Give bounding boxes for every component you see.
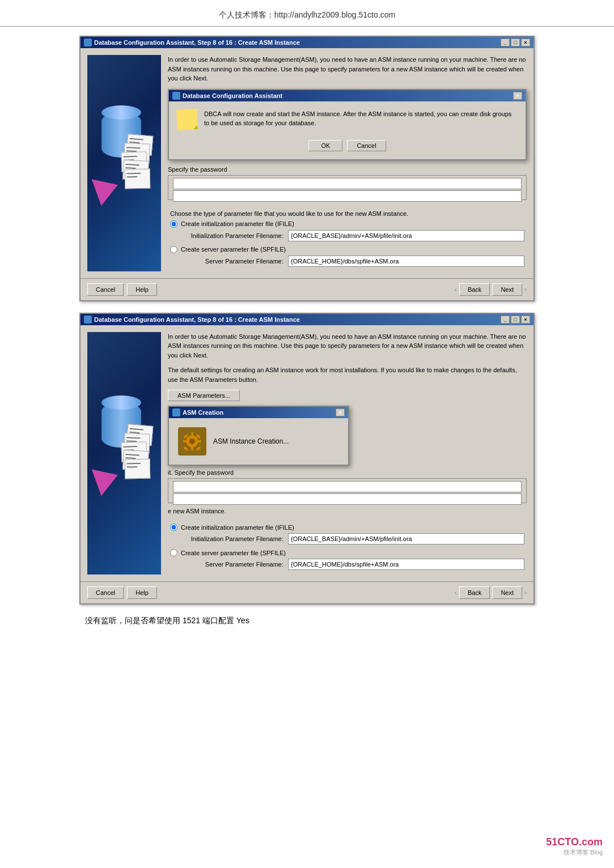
asm-dialog-body: ASM Instance Creation... bbox=[169, 418, 348, 465]
window1-titlebar: Database Configuration Assistant, Step 8… bbox=[81, 37, 533, 48]
window1-help-button[interactable]: Help bbox=[127, 283, 157, 296]
window1-next-button[interactable]: Next bbox=[492, 283, 522, 296]
window2-next-button[interactable]: Next bbox=[492, 586, 522, 599]
dbca-dialog-title: Database Configuration Assistant bbox=[183, 92, 282, 99]
window1-title: Database Configuration Assistant, Step 8… bbox=[94, 39, 300, 46]
dbca-dialog-icon bbox=[172, 92, 180, 100]
server-param-input[interactable] bbox=[288, 256, 524, 267]
dbca-dialog-buttons: OK Cancel bbox=[177, 138, 518, 151]
window1-body: ▬▬▬▬▬▬▬ ▬▬▬▬▬▬▬ ▬▬▬▬▬▬▬ ▬▬▬▬▬▬▬ ▬▬▬▬▬▬▬ … bbox=[81, 48, 533, 278]
bottom-text: 没有监听，问是否希望使用 1521 端口配置 Yes bbox=[79, 616, 535, 626]
param-section-label: Choose the type of parameter file that y… bbox=[170, 210, 524, 217]
window2-right-panel: In order to use Automatic Storage Manage… bbox=[168, 332, 527, 575]
window1-close[interactable]: × bbox=[521, 39, 530, 46]
asm-creation-titlebar: ASM Creation × bbox=[169, 407, 348, 418]
asm-creation-title: ASM Creation bbox=[183, 409, 223, 416]
password-label-right: Specify the password bbox=[168, 166, 227, 173]
dbca-dialog-titlebar: Database Configuration Assistant × bbox=[169, 90, 526, 101]
dbca-dialog: Database Configuration Assistant × DBCA … bbox=[168, 89, 527, 160]
header-title: 个人技术博客：http://andylhz2009.blog.51cto.com bbox=[219, 10, 395, 19]
window2-minimize[interactable]: _ bbox=[501, 316, 510, 324]
radio2-spfile[interactable] bbox=[170, 549, 177, 556]
password-fields-area bbox=[168, 175, 527, 200]
password-input1[interactable] bbox=[173, 178, 522, 189]
window1-minimize[interactable]: _ bbox=[501, 39, 510, 46]
radio-spfile-row: Create server parameter file (SPFILE) bbox=[170, 246, 524, 253]
ok-button[interactable]: OK bbox=[308, 140, 342, 151]
window2-description1: In order to use Automatic Storage Manage… bbox=[168, 332, 527, 360]
gear-svg bbox=[181, 430, 204, 453]
window2-description2: The default settings for creating an ASM… bbox=[168, 365, 527, 384]
window2-body: ▬▬▬▬▬▬▬ ▬▬▬▬▬▬▬ ▬▬▬▬▬▬▬ ▬▬▬▬▬▬▬ ▬▬▬▬▬▬▬ … bbox=[81, 325, 533, 582]
init-param-input[interactable] bbox=[288, 230, 524, 241]
db-icon bbox=[84, 39, 92, 46]
content-area: Database Configuration Assistant, Step 8… bbox=[0, 36, 614, 626]
init-param-label: Initialization Parameter Filename: bbox=[170, 232, 283, 239]
server-param-label2: Server Parameter Filename: bbox=[170, 561, 283, 568]
asm-params-button[interactable]: ASM Parameters... bbox=[168, 390, 240, 401]
db-icon2 bbox=[84, 316, 92, 324]
svg-rect-5 bbox=[197, 440, 201, 442]
window2-footer-right: ‹ Back Next › bbox=[455, 586, 527, 599]
gear-icon bbox=[178, 427, 206, 456]
asm-creation-close[interactable]: × bbox=[336, 409, 345, 416]
init-param-row2: Initialization Parameter Filename: bbox=[170, 533, 524, 544]
db-illustration: ▬▬▬▬▬▬▬ ▬▬▬▬▬▬▬ ▬▬▬▬▬▬▬ ▬▬▬▬▬▬▬ ▬▬▬▬▬▬▬ bbox=[93, 107, 155, 220]
password-hint: Specify the password bbox=[168, 166, 527, 173]
password-fields-area2 bbox=[168, 478, 527, 503]
back-chevron-left2: ‹ bbox=[455, 589, 457, 597]
window1-titlebar-left: Database Configuration Assistant, Step 8… bbox=[84, 39, 300, 46]
watermark-line2: 技术博客 Blog bbox=[546, 848, 603, 857]
radio2-spfile-row: Create server parameter file (SPFILE) bbox=[170, 549, 524, 556]
window1-footer: Cancel Help ‹ Back Next › bbox=[81, 278, 533, 300]
asm-creation-message: ASM Instance Creation... bbox=[213, 437, 289, 445]
cancel-dialog-button[interactable]: Cancel bbox=[347, 140, 386, 151]
window1-description: In order to use Automatic Storage Manage… bbox=[168, 55, 527, 83]
window2-cancel-button[interactable]: Cancel bbox=[87, 586, 124, 599]
init-param-input2[interactable] bbox=[288, 533, 524, 544]
window2-back-button[interactable]: Back bbox=[459, 586, 490, 599]
dbca-dialog-content-row: DBCA will now create and start the ASM i… bbox=[177, 109, 518, 130]
window2-controls[interactable]: _ □ × bbox=[501, 316, 530, 324]
server-param-row2: Server Parameter Filename: bbox=[170, 559, 524, 570]
dbca-dialog-body: DBCA will now create and start the ASM i… bbox=[169, 101, 526, 159]
window2-title: Database Configuration Assistant, Step 8… bbox=[94, 316, 300, 323]
radio2-ifile[interactable] bbox=[170, 524, 177, 531]
password-input3[interactable] bbox=[173, 481, 522, 492]
suffix-text: e new ASM instance. bbox=[168, 508, 527, 514]
window2-help-button[interactable]: Help bbox=[127, 586, 157, 599]
init-param-label2: Initialization Parameter Filename: bbox=[170, 535, 283, 542]
page-header: 个人技术博客：http://andylhz2009.blog.51cto.com bbox=[0, 0, 614, 27]
window1-maximize[interactable]: □ bbox=[511, 39, 520, 46]
arrow-graphic bbox=[92, 171, 123, 206]
radio-ifile[interactable] bbox=[170, 220, 177, 228]
window2-titlebar: Database Configuration Assistant, Step 8… bbox=[81, 314, 533, 325]
password-input4[interactable] bbox=[173, 493, 522, 505]
init-param-row: Initialization Parameter Filename: bbox=[170, 230, 524, 241]
window2-maximize[interactable]: □ bbox=[511, 316, 520, 324]
window1-controls[interactable]: _ □ × bbox=[501, 39, 530, 46]
dbca-dialog-close[interactable]: × bbox=[513, 92, 522, 100]
window1-back-button[interactable]: Back bbox=[459, 283, 490, 296]
server-param-input2[interactable] bbox=[288, 559, 524, 570]
radio2-spfile-label: Create server parameter file (SPFILE) bbox=[181, 550, 286, 556]
radio2-ifile-label: Create initialization parameter file (IF… bbox=[181, 524, 294, 531]
password-input2[interactable] bbox=[173, 190, 522, 202]
window1-cancel-button[interactable]: Cancel bbox=[87, 283, 124, 296]
svg-point-1 bbox=[189, 439, 195, 444]
window2-close[interactable]: × bbox=[521, 316, 530, 324]
window1-footer-right: ‹ Back Next › bbox=[455, 283, 527, 296]
window2-titlebar-left: Database Configuration Assistant, Step 8… bbox=[84, 316, 300, 324]
password-label2: it. Specify the password bbox=[168, 469, 234, 476]
window2-footer: Cancel Help ‹ Back Next › bbox=[81, 581, 533, 603]
paper2-5: ▬▬▬▬▬▬▬ bbox=[125, 458, 151, 479]
server-param-row: Server Parameter Filename: bbox=[170, 256, 524, 267]
paper5: ▬▬▬▬▬▬▬ bbox=[125, 168, 151, 189]
asm-creation-dialog: ASM Creation × bbox=[168, 406, 349, 466]
radio-ifile-row: Create initialization parameter file (IF… bbox=[170, 220, 524, 228]
radio-spfile[interactable] bbox=[170, 246, 177, 253]
next-chevron-right2: › bbox=[524, 589, 527, 597]
window1: Database Configuration Assistant, Step 8… bbox=[79, 36, 535, 301]
server-param-label: Server Parameter Filename: bbox=[170, 258, 283, 265]
window2-illustration: ▬▬▬▬▬▬▬ ▬▬▬▬▬▬▬ ▬▬▬▬▬▬▬ ▬▬▬▬▬▬▬ ▬▬▬▬▬▬▬ bbox=[87, 332, 161, 575]
